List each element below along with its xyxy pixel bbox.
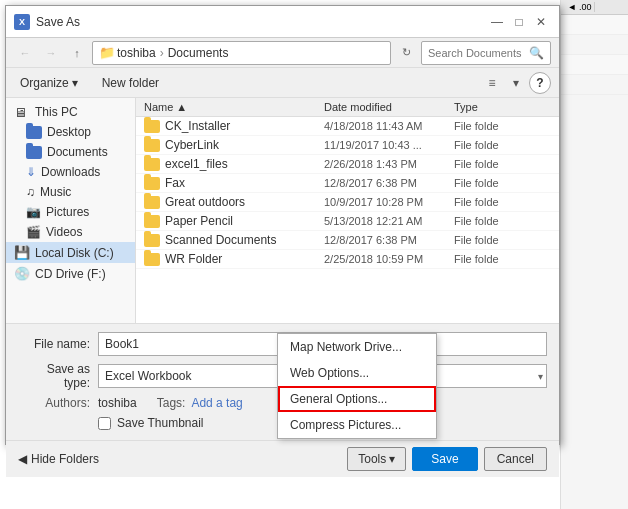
nav-item-music[interactable]: ♫ Music: [6, 182, 135, 202]
file-type: File folde: [454, 139, 551, 151]
file-type: File folde: [454, 196, 551, 208]
address-folder: Documents: [168, 46, 229, 60]
file-row-fax[interactable]: Fax 12/8/2017 6:38 PM File folde: [136, 174, 559, 193]
file-row-great-outdoors[interactable]: Great outdoors 10/9/2017 10:28 PM File f…: [136, 193, 559, 212]
navigation-toolbar: ← → ↑ 📁 toshiba › Documents ↻ 🔍: [6, 38, 559, 68]
nav-label-documents: Documents: [47, 145, 108, 159]
authors-label: Authors:: [18, 396, 98, 410]
folder-icon: [144, 253, 160, 266]
search-bar[interactable]: 🔍: [421, 41, 551, 65]
nav-item-documents[interactable]: Documents: [6, 142, 135, 162]
search-icon: 🔍: [529, 46, 544, 60]
nav-item-local-disk-c[interactable]: 💾 Local Disk (C:): [6, 242, 135, 263]
file-row-cyberlink[interactable]: CyberLink 11/19/2017 10:43 ... File fold…: [136, 136, 559, 155]
hide-folders-button[interactable]: ◀ Hide Folders: [18, 452, 99, 466]
folder-icon: [144, 120, 160, 133]
thumbnail-label[interactable]: Save Thumbnail: [117, 416, 204, 430]
address-folder-icon: 📁: [99, 45, 115, 60]
maximize-button[interactable]: □: [509, 12, 529, 32]
download-icon: ⇓: [26, 165, 36, 179]
file-row-wr-folder[interactable]: WR Folder 2/25/2018 10:59 PM File folde: [136, 250, 559, 269]
filetype-label: Save as type:: [18, 362, 98, 390]
cancel-button[interactable]: Cancel: [484, 447, 547, 471]
forward-button[interactable]: →: [40, 42, 62, 64]
authors-value: toshiba: [98, 396, 137, 410]
folder-icon: [144, 215, 160, 228]
nav-item-videos[interactable]: 🎬 Videos: [6, 222, 135, 242]
file-date: 4/18/2018 11:43 AM: [324, 120, 454, 132]
file-panel[interactable]: Name ▲ Date modified Type CK_Installer 4…: [136, 98, 559, 323]
nav-item-pictures[interactable]: 📷 Pictures: [6, 202, 135, 222]
file-name: Great outdoors: [165, 195, 245, 209]
address-separator: ›: [160, 46, 164, 60]
nav-label-music: Music: [40, 185, 71, 199]
file-type: File folde: [454, 253, 551, 265]
col-header-name: Name ▲: [144, 101, 324, 113]
view-button[interactable]: ≡: [481, 72, 503, 94]
close-button[interactable]: ✕: [531, 12, 551, 32]
nav-label-local-disk-c: Local Disk (C:): [35, 246, 114, 260]
new-folder-button[interactable]: New folder: [94, 74, 167, 92]
compress-pictures-label: Compress Pictures...: [290, 418, 401, 432]
folder-icon: [144, 139, 160, 152]
action-buttons: Map Network Drive... Web Options... Gene…: [347, 447, 547, 471]
file-date: 2/25/2018 10:59 PM: [324, 253, 454, 265]
address-bar[interactable]: 📁 toshiba › Documents: [92, 41, 391, 65]
view-dropdown-button[interactable]: ▾: [505, 72, 527, 94]
file-row-paper-pencil[interactable]: Paper Pencil 5/13/2018 12:21 AM File fol…: [136, 212, 559, 231]
minimize-button[interactable]: —: [487, 12, 507, 32]
new-folder-label: New folder: [102, 76, 159, 90]
file-date: 11/19/2017 10:43 ...: [324, 139, 454, 151]
file-row-ck-installer[interactable]: CK_Installer 4/18/2018 11:43 AM File fol…: [136, 117, 559, 136]
tools-label: Tools: [358, 452, 386, 466]
thumbnail-checkbox[interactable]: [98, 417, 111, 430]
folder-icon: [144, 177, 160, 190]
organize-label: Organize: [20, 76, 69, 90]
pc-icon: [14, 105, 30, 119]
file-date: 2/26/2018 1:43 PM: [324, 158, 454, 170]
title-bar: X Save As — □ ✕: [6, 6, 559, 38]
refresh-button[interactable]: ↻: [395, 42, 417, 64]
nav-item-cd-drive[interactable]: 💿 CD Drive (F:): [6, 263, 135, 284]
folder-icon: [144, 158, 160, 171]
local-disk-c-icon: 💾: [14, 245, 30, 260]
file-list-header: Name ▲ Date modified Type: [136, 98, 559, 117]
file-type: File folde: [454, 158, 551, 170]
save-button[interactable]: Save: [412, 447, 477, 471]
nav-item-downloads[interactable]: ⇓ Downloads: [6, 162, 135, 182]
file-row-excel1[interactable]: excel1_files 2/26/2018 1:43 PM File fold…: [136, 155, 559, 174]
file-type: File folde: [454, 215, 551, 227]
file-row-scanned-docs[interactable]: Scanned Documents 12/8/2017 6:38 PM File…: [136, 231, 559, 250]
hide-folders-icon: ◀: [18, 452, 27, 466]
dropdown-item-web-options[interactable]: Web Options...: [278, 360, 436, 386]
file-date: 12/8/2017 6:38 PM: [324, 177, 454, 189]
up-button[interactable]: ↑: [66, 42, 88, 64]
address-path: 📁 toshiba › Documents: [99, 45, 228, 60]
file-name: CK_Installer: [165, 119, 230, 133]
sort-arrow-name: ▲: [176, 101, 187, 113]
file-name: CyberLink: [165, 138, 219, 152]
organize-button[interactable]: Organize ▾: [14, 74, 84, 92]
help-button[interactable]: ?: [529, 72, 551, 94]
dropdown-item-map-network[interactable]: Map Network Drive...: [278, 334, 436, 360]
tools-dropdown-icon: ▾: [389, 452, 395, 466]
save-label: Save: [431, 452, 458, 466]
organize-chevron-icon: ▾: [72, 76, 78, 90]
dropdown-item-compress-pictures[interactable]: Compress Pictures...: [278, 412, 436, 438]
dropdown-item-general-options[interactable]: General Options...: [278, 386, 436, 412]
file-date: 12/8/2017 6:38 PM: [324, 234, 454, 246]
file-type: File folde: [454, 177, 551, 189]
tools-button[interactable]: Tools ▾: [347, 447, 406, 471]
nav-item-this-pc[interactable]: This PC: [6, 102, 135, 122]
file-name: Fax: [165, 176, 185, 190]
action-bar: ◀ Hide Folders Map Network Drive... Web …: [6, 440, 559, 477]
search-input[interactable]: [428, 47, 529, 59]
back-button[interactable]: ←: [14, 42, 36, 64]
file-name: WR Folder: [165, 252, 222, 266]
nav-label-videos: Videos: [46, 225, 82, 239]
tags-add-link[interactable]: Add a tag: [191, 396, 242, 410]
address-root: toshiba: [117, 46, 156, 60]
file-name: Paper Pencil: [165, 214, 233, 228]
nav-item-desktop[interactable]: Desktop: [6, 122, 135, 142]
nav-label-cd-drive: CD Drive (F:): [35, 267, 106, 281]
